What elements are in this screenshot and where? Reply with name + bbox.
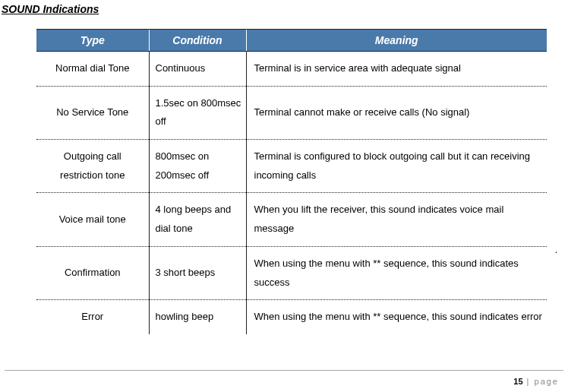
table-header-row: Type Condition Meaning [36,30,547,52]
section-title: SOUND Indications [2,3,568,15]
cell-condition: howling beep [149,300,246,334]
table-row: No Service Tone 1.5sec on 800msec off Te… [36,86,547,139]
footer-label: page [535,377,559,386]
header-type: Type [36,30,149,52]
cell-type: Confirmation [36,246,149,299]
table-row: Normal dial Tone Continuous Terminal is … [36,52,547,87]
cell-condition: 4 long beeps and dial tone [149,193,246,246]
header-meaning: Meaning [246,30,547,52]
table-row: Confirmation 3 short beeps When using th… [36,246,547,299]
footer-sep: | [523,377,535,386]
cell-type: Outgoing call restriction tone [36,140,149,193]
header-condition: Condition [149,30,246,52]
cell-meaning: When using the menu with ** sequence, th… [246,300,547,334]
table-row: Error howling beep When using the menu w… [36,300,547,334]
cell-type: Error [36,300,149,334]
cell-type: Voice mail tone [36,193,149,246]
cell-meaning: Terminal is in service area with adequat… [246,52,547,87]
page-footer: 15 | page [513,377,559,386]
table-row: Voice mail tone 4 long beeps and dial to… [36,193,547,246]
stray-dot: . [555,245,557,255]
cell-type: No Service Tone [36,86,149,139]
footer-rule [5,370,563,371]
cell-meaning: When using the menu with ** sequence, th… [246,246,547,299]
cell-type: Normal dial Tone [36,52,149,87]
cell-meaning: When you lift the receiver, this sound i… [246,193,547,246]
cell-meaning: Terminal is configured to block outgoing… [246,140,547,193]
cell-condition: 3 short beeps [149,246,246,299]
cell-meaning: Terminal cannot make or receive calls (N… [246,86,547,139]
sound-indications-table-wrap: Type Condition Meaning Normal dial Tone … [36,29,547,334]
cell-condition: 1.5sec on 800msec off [149,86,246,139]
sound-indications-table: Type Condition Meaning Normal dial Tone … [36,29,547,334]
page-number: 15 [513,377,522,386]
cell-condition: 800msec on 200msec off [149,140,246,193]
cell-condition: Continuous [149,52,246,87]
table-row: Outgoing call restriction tone 800msec o… [36,140,547,193]
